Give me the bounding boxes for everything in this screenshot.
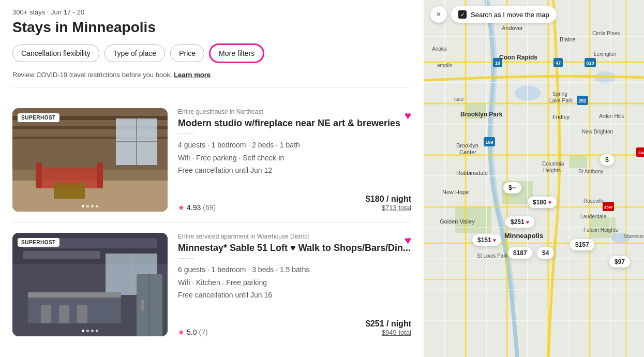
- learn-more-link[interactable]: Learn more: [174, 71, 211, 79]
- svg-text:New Brighton: New Brighton: [582, 129, 613, 135]
- svg-rect-22: [41, 305, 51, 323]
- svg-text:Robbinsdale: Robbinsdale: [456, 170, 488, 176]
- bubble-price: $4: [542, 249, 549, 257]
- listing-guests: 6 guests · 1 bedroom · 3 beds · 1.5 bath…: [178, 264, 411, 275]
- price-bubble[interactable]: $180 ♥: [528, 197, 557, 208]
- covid-notice: Review COVID-19 travel restrictions befo…: [12, 71, 411, 87]
- more-filters-button[interactable]: More filters: [209, 44, 264, 63]
- listing-image-wrap: SUPERHOST: [12, 108, 168, 212]
- price-bubble[interactable]: $97: [609, 256, 630, 267]
- page-title: Stays in Minneapolis: [12, 19, 411, 36]
- svg-text:New Hope: New Hope: [442, 189, 469, 195]
- star-icon: ★: [178, 328, 185, 336]
- svg-text:Fridley: Fridley: [552, 114, 570, 120]
- svg-rect-25: [137, 274, 162, 336]
- svg-text:Lexington: Lexington: [594, 51, 616, 57]
- listing-info: Entire serviced apartment in Warehouse D…: [178, 233, 411, 336]
- dot: [96, 330, 98, 332]
- price-bubble[interactable]: $187: [508, 247, 532, 259]
- listing-footer: ★ 4.93 (69) $180 / night $713 total: [178, 195, 411, 212]
- rating-count: (7): [199, 328, 207, 336]
- svg-text:694: 694: [638, 151, 644, 155]
- listing-title: Modern studio w/fireplace near NE art & …: [178, 117, 411, 129]
- bubble-price: $187: [513, 249, 527, 257]
- listing-card: SUPERHOST Entire guesthouse in Northeast…: [12, 98, 411, 222]
- heart-icon: ♥: [493, 237, 497, 243]
- price-bubble[interactable]: $157: [570, 239, 594, 250]
- price-filter-button[interactable]: Price: [170, 44, 204, 62]
- map-background: 10 47 252 610 169 35W 694 Andover Coon R…: [424, 0, 644, 357]
- price-bubble[interactable]: $251 ♥: [505, 216, 534, 228]
- listing-cancellation: Free cancellation until Jun 16: [178, 289, 411, 301]
- bubble-price: $157: [575, 241, 589, 248]
- listing-divider: [178, 133, 194, 134]
- svg-rect-12: [54, 183, 85, 199]
- svg-text:Lauderdale: Lauderdale: [580, 214, 606, 219]
- svg-text:Golden Valley: Golden Valley: [440, 218, 475, 225]
- svg-text:Minneapolis: Minneapolis: [504, 232, 543, 240]
- svg-text:St Louis Park: St Louis Park: [477, 253, 508, 259]
- svg-text:Brooklyn: Brooklyn: [456, 142, 478, 148]
- heart-icon: ♥: [548, 199, 552, 205]
- svg-text:Center: Center: [459, 149, 476, 155]
- price-bubble[interactable]: $4: [537, 247, 554, 259]
- listing-card: SUPERHOST Entire serviced apartment in W…: [12, 222, 411, 347]
- svg-text:Coon Rapids: Coon Rapids: [499, 54, 537, 61]
- dot: [91, 205, 94, 207]
- svg-text:Heights: Heights: [543, 168, 561, 173]
- listing-amenities: Wifi · Kitchen · Free parking: [178, 277, 411, 288]
- price-bubble[interactable]: $--: [503, 182, 521, 194]
- price-bubble[interactable]: $151 ♥: [472, 234, 501, 246]
- svg-text:Lake Park: Lake Park: [549, 98, 573, 103]
- image-dots: [82, 330, 98, 332]
- svg-text:Columbia: Columbia: [542, 161, 564, 167]
- rating-count: (69): [203, 203, 216, 212]
- heart-icon: ♥: [526, 219, 530, 225]
- listing-image: [12, 108, 168, 212]
- listing-footer: ★ 5.0 (7) $251 / night $949 total: [178, 319, 411, 336]
- price-per-night: $180 / night: [366, 195, 411, 204]
- close-icon: ×: [436, 10, 441, 19]
- dot: [96, 205, 98, 207]
- checkbox-icon: ✓: [458, 10, 467, 19]
- type-of-place-filter-button[interactable]: Type of place: [104, 44, 165, 62]
- map-container[interactable]: 10 47 252 610 169 35W 694 Andover Coon R…: [424, 0, 644, 357]
- svg-text:35W: 35W: [604, 205, 613, 210]
- dot: [82, 205, 84, 207]
- listing-type: Entire serviced apartment in Warehouse D…: [178, 233, 411, 240]
- bubble-price: $--: [508, 184, 516, 191]
- rating-value: 5.0: [187, 328, 197, 336]
- map-controls: × ✓ Search as I move the map: [430, 6, 557, 23]
- svg-text:Brooklyn Park: Brooklyn Park: [460, 111, 503, 118]
- map-panel[interactable]: 10 47 252 610 169 35W 694 Andover Coon R…: [424, 0, 644, 357]
- listing-type: Entire guesthouse in Northeast: [178, 108, 411, 115]
- listing-rating: ★ 5.0 (7): [178, 328, 208, 336]
- search-as-move-toggle[interactable]: ✓ Search as I move the map: [451, 6, 557, 23]
- map-close-button[interactable]: ×: [430, 6, 447, 23]
- bubble-price: $251: [511, 218, 525, 226]
- svg-text:Spring: Spring: [552, 91, 567, 97]
- svg-text:Shoreview: Shoreview: [623, 233, 644, 239]
- svg-rect-23: [59, 305, 69, 323]
- price-total: $949 total: [366, 329, 411, 336]
- bubble-price: $: [605, 156, 609, 163]
- favorite-button[interactable]: ♥: [405, 109, 411, 123]
- listing-info: Entire guesthouse in Northeast Modern st…: [178, 108, 411, 212]
- svg-text:10: 10: [495, 61, 500, 66]
- dot: [86, 205, 89, 207]
- svg-text:252: 252: [578, 98, 586, 103]
- listing-guests: 4 guests · 1 bedroom · 2 beds · 1 bath: [178, 139, 411, 151]
- listing-price: $251 / night $949 total: [366, 319, 411, 336]
- favorite-button[interactable]: ♥: [405, 234, 411, 247]
- cancellation-filter-button[interactable]: Cancellation flexibility: [12, 44, 99, 62]
- listing-divider: [178, 258, 194, 259]
- svg-text:St Anthony: St Anthony: [578, 169, 603, 174]
- dot: [82, 330, 84, 332]
- filter-bar: Cancellation flexibility Type of place P…: [12, 44, 411, 63]
- price-bubble[interactable]: $: [600, 154, 614, 166]
- star-icon: ★: [178, 203, 185, 212]
- listing-price: $180 / night $713 total: [366, 195, 411, 212]
- svg-text:Falcon Heights: Falcon Heights: [583, 227, 618, 233]
- bubble-price: $180: [533, 199, 547, 206]
- svg-text:610: 610: [586, 61, 594, 66]
